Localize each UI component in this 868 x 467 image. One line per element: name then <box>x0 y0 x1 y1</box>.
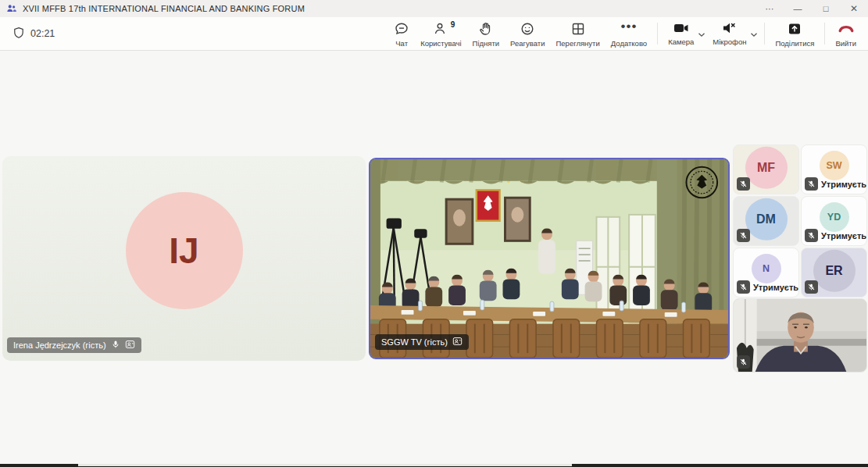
status-row: Утримується <box>805 177 867 191</box>
shield-icon <box>13 27 25 41</box>
chat-button[interactable]: Чат <box>388 17 415 50</box>
conference-room-video <box>370 159 728 358</box>
participant-name: Irena Jędrzejczyk (гість) <box>13 340 106 350</box>
status-badge: Утримується <box>821 180 867 189</box>
status-row: Утримується <box>737 280 799 294</box>
react-smiley-icon <box>520 21 535 37</box>
participant-tile-n[interactable]: N Утримується <box>733 248 799 298</box>
share-screen-icon <box>787 21 802 37</box>
toolbar-separator <box>824 23 825 45</box>
video-stage: IJ Irena Jędrzejczyk (гість) <box>0 51 868 467</box>
microphone-chevron-down-icon[interactable] <box>750 17 758 41</box>
muted-microphone-icon <box>805 229 818 242</box>
muted-microphone-icon <box>805 177 818 191</box>
share-button[interactable]: Поділитися <box>770 17 820 50</box>
muted-microphone-icon <box>737 229 750 242</box>
muted-microphone-icon <box>805 280 818 294</box>
guest-badge-icon <box>452 337 463 348</box>
speaker-muted-icon <box>721 20 738 36</box>
toolbar-separator <box>764 23 765 45</box>
microphone-label: Мікрофон <box>713 37 746 46</box>
participant-tile-yd[interactable]: YD Утримується <box>801 196 867 246</box>
meeting-timer[interactable]: 02:21 <box>8 17 59 50</box>
participants-icon: 9 <box>433 21 448 37</box>
camera-button[interactable]: Камера <box>663 17 699 48</box>
name-label: Irena Jędrzejczyk (гість) <box>7 337 141 353</box>
window-more-button[interactable]: ⋯ <box>755 0 784 17</box>
bottom-edge-track <box>78 464 572 466</box>
toolbar-buttons: Чат 9 Користувачі Підняти Реагуват <box>388 17 862 50</box>
participant-name: SGGW TV (гість) <box>381 337 448 347</box>
sggw-logo <box>686 167 717 198</box>
grid-view-icon <box>570 21 586 37</box>
view-label: Переглянути <box>555 39 599 48</box>
avatar: DM <box>745 198 788 241</box>
app-logo-icon <box>6 3 17 14</box>
muted-microphone-icon <box>737 355 750 369</box>
self-video <box>734 299 866 372</box>
share-label: Поділитися <box>775 39 814 48</box>
camera-chevron-down-icon[interactable] <box>698 17 705 41</box>
meeting-toolbar: 02:21 Чат 9 Користувачі Піднят <box>0 17 868 51</box>
raise-hand-icon <box>478 21 494 37</box>
window-title: XVII MFFB 17th INTERNATIONAL FINANCIAL A… <box>23 4 305 13</box>
status-row: Утримується <box>805 229 867 242</box>
avatar: IJ <box>126 192 243 309</box>
title-bar: XVII MFFB 17th INTERNATIONAL FINANCIAL A… <box>0 0 868 17</box>
participants-count: 9 <box>451 20 455 29</box>
avatar: YD <box>820 202 849 232</box>
participants-label: Користувачі <box>420 39 461 48</box>
toolbar-separator <box>657 23 658 45</box>
chat-icon <box>394 21 409 37</box>
avatar: SW <box>820 151 849 180</box>
timer-value: 02:21 <box>30 28 55 39</box>
avatar: MF <box>745 147 788 189</box>
react-button[interactable]: Реагувати <box>505 17 550 50</box>
participant-tile-sw[interactable]: SW Утримується <box>801 144 867 194</box>
participant-tile-irena[interactable]: IJ Irena Jędrzejczyk (гість) <box>2 156 366 361</box>
maximize-button[interactable]: □ <box>812 0 840 17</box>
guest-badge-icon <box>125 340 135 351</box>
muted-microphone-icon <box>737 177 750 191</box>
status-badge: Утримується <box>753 283 799 292</box>
leave-call-icon <box>838 21 855 37</box>
window-controls: ⋯ — □ ✕ <box>755 0 868 17</box>
more-options-button[interactable]: ••• Додатково <box>605 17 652 50</box>
bottom-edge-bar <box>0 464 868 467</box>
react-label: Реагувати <box>510 39 545 48</box>
leave-label: Вийти <box>835 39 856 48</box>
avatar: N <box>752 254 781 283</box>
minimize-button[interactable]: — <box>784 0 812 17</box>
meeting-window: XVII MFFB 17th INTERNATIONAL FINANCIAL A… <box>0 0 868 467</box>
view-button[interactable]: Переглянути <box>550 17 605 50</box>
camera-icon <box>673 20 690 36</box>
microphone-button[interactable]: Мікрофон <box>707 17 752 48</box>
participant-tile-sggw-tv-active[interactable]: SGGW TV (гість) <box>369 158 730 359</box>
chat-label: Чат <box>395 39 408 48</box>
name-label: SGGW TV (гість) <box>375 334 469 350</box>
participant-tile-dm[interactable]: DM <box>733 196 799 246</box>
raise-hand-label: Підняти <box>473 39 500 48</box>
participant-tile-er[interactable]: ER <box>801 248 867 298</box>
participant-tile-mf[interactable]: MF <box>733 144 799 194</box>
more-ellipsis-icon: ••• <box>621 21 638 37</box>
camera-label: Камера <box>668 37 694 46</box>
status-badge: Утримується <box>821 231 867 241</box>
muted-microphone-icon <box>737 280 750 294</box>
participant-tile-self-video[interactable] <box>733 298 867 373</box>
participants-button[interactable]: 9 Користувачі <box>415 17 466 50</box>
close-button[interactable]: ✕ <box>840 0 868 17</box>
microphone-icon <box>111 340 120 351</box>
more-label: Додатково <box>611 39 647 48</box>
leave-button[interactable]: Вийти <box>830 17 862 50</box>
raise-hand-button[interactable]: Підняти <box>467 17 505 50</box>
avatar: ER <box>813 250 855 292</box>
